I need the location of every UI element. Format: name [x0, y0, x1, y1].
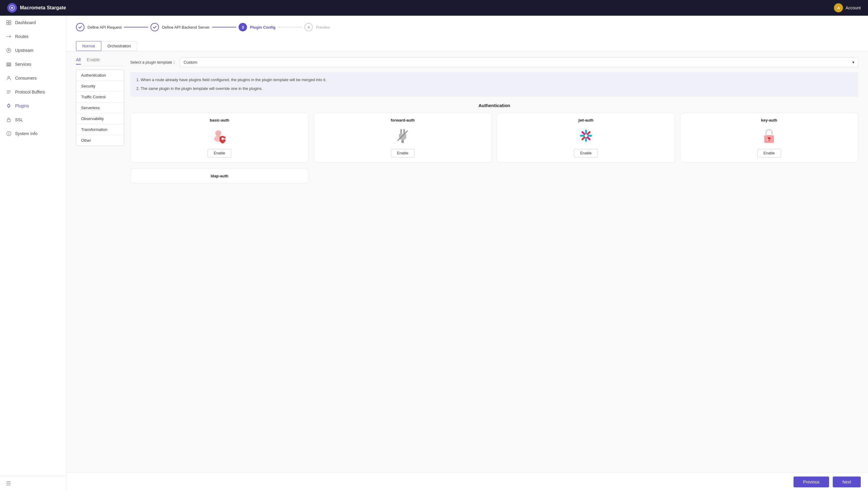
svg-point-30: [584, 134, 587, 137]
svg-point-15: [221, 138, 224, 140]
key-auth-icon: [759, 126, 779, 145]
step-define-api-backend: Define API Backend Server: [150, 23, 210, 31]
plugin-area: Select a plugin template： Custom ▾ 1. Wh…: [130, 57, 858, 467]
sidebar-collapse-btn[interactable]: ☰: [0, 475, 66, 491]
template-select[interactable]: Custom ▾: [180, 57, 858, 67]
svg-rect-2: [7, 21, 8, 22]
logo-icon: [7, 3, 17, 13]
app-title: Macrometa Stargate: [20, 5, 66, 10]
sidebar-label-upstream: Upstream: [15, 48, 33, 53]
svg-point-1: [11, 7, 13, 9]
info-message-1: 1. When a route already have plugins fie…: [136, 77, 852, 83]
filter-tabs: All Enable: [76, 57, 124, 66]
sidebar-item-consumers[interactable]: Consumers: [0, 71, 66, 85]
topbar: Macrometa Stargate A Account: [0, 0, 868, 16]
svg-point-10: [8, 76, 10, 78]
bottom-nav: Previous Next: [66, 472, 868, 491]
app-logo: Macrometa Stargate: [7, 3, 66, 13]
authentication-section-title: Authentication: [130, 103, 858, 108]
category-authentication[interactable]: Authentication: [76, 70, 124, 81]
sidebar-label-routes: Routes: [15, 34, 28, 39]
info-message-2: 2. The same plugin in the plugin templat…: [136, 86, 852, 92]
svg-rect-3: [9, 21, 11, 22]
key-auth-enable-btn[interactable]: Enable: [757, 149, 781, 157]
filter-section: All Enable Authentication Security Traff…: [76, 57, 124, 467]
category-transformation[interactable]: Transformation: [76, 124, 124, 135]
services-icon: [6, 61, 11, 67]
category-traffic-control[interactable]: Traffic Control: [76, 92, 124, 103]
sidebar-item-services[interactable]: Services: [0, 57, 66, 71]
sidebar-item-routes[interactable]: Routes: [0, 30, 66, 44]
svg-point-13: [215, 130, 221, 136]
sidebar-item-ssl[interactable]: SSL: [0, 113, 66, 127]
sidebar-label-services: Services: [15, 62, 31, 67]
layout: Dashboard Routes Upstream Services Consu…: [0, 16, 868, 491]
plugin-name-basic-auth: basic-auth: [210, 118, 229, 122]
category-serverless[interactable]: Serverless: [76, 103, 124, 113]
info-box: 1. When a route already have plugins fie…: [130, 72, 858, 97]
plugins-icon: [6, 103, 11, 109]
svg-rect-4: [7, 23, 8, 25]
sidebar-item-plugins[interactable]: Plugins: [0, 99, 66, 113]
sidebar-item-dashboard[interactable]: Dashboard: [0, 16, 66, 30]
sidebar-item-system-info[interactable]: System Info: [0, 127, 66, 141]
filter-tab-all[interactable]: All: [76, 57, 81, 64]
svg-rect-5: [9, 23, 11, 25]
stepper-area: Define API Request Define API Backend Se…: [66, 16, 868, 51]
category-security[interactable]: Security: [76, 81, 124, 92]
plugin-name-key-auth: key-auth: [761, 118, 777, 122]
routes-icon: [6, 34, 11, 39]
plugin-card-ldap-auth: ldap-auth: [130, 169, 309, 183]
template-value: Custom: [184, 60, 197, 64]
system-info-icon: [6, 131, 11, 136]
sidebar-item-protocol-buffers[interactable]: Protocol Buffers: [0, 85, 66, 99]
content-area: All Enable Authentication Security Traff…: [66, 51, 868, 472]
template-row: Select a plugin template： Custom ▾: [130, 57, 858, 67]
step-3-label: Plugin Config: [250, 25, 276, 30]
ssl-icon: [6, 117, 11, 122]
sidebar-label-consumers: Consumers: [15, 76, 37, 81]
mode-tab-normal[interactable]: Normal: [76, 41, 102, 51]
sidebar-label-system-info: System Info: [15, 131, 37, 136]
plugin-name-jwt-auth: jwt-auth: [578, 118, 594, 122]
sidebar-item-upstream[interactable]: Upstream: [0, 44, 66, 57]
svg-rect-9: [7, 66, 11, 66]
authentication-plugin-grid: basic-auth: [130, 113, 858, 163]
plugin-card-basic-auth: basic-auth: [130, 113, 309, 163]
filter-tab-enable[interactable]: Enable: [87, 57, 100, 64]
svg-rect-35: [769, 139, 771, 140]
jwt-auth-enable-btn[interactable]: Enable: [574, 149, 598, 157]
forward-auth-enable-btn[interactable]: Enable: [391, 149, 415, 157]
connector-2: [212, 27, 236, 27]
step-preview: 4 Preview: [304, 23, 330, 31]
upstream-icon: [6, 48, 11, 53]
step-1-circle: [76, 23, 84, 31]
svg-rect-8: [7, 64, 11, 65]
plugin-card-forward-auth: forward-auth: [314, 113, 492, 163]
previous-button[interactable]: Previous: [793, 476, 829, 487]
account-area[interactable]: A Account: [834, 3, 861, 12]
svg-rect-11: [7, 119, 10, 122]
mode-tab-orchestration[interactable]: Orchestration: [102, 41, 137, 51]
ldap-plugin-grid: ldap-auth: [130, 169, 858, 183]
basic-auth-enable-btn[interactable]: Enable: [207, 149, 231, 157]
plugin-name-forward-auth: forward-auth: [391, 118, 415, 122]
category-observability[interactable]: Observability: [76, 113, 124, 124]
category-list: Authentication Security Traffic Control …: [76, 70, 124, 146]
svg-rect-7: [7, 63, 11, 64]
step-2-circle: [150, 23, 159, 31]
avatar-letter: A: [837, 6, 840, 10]
sidebar-label-ssl: SSL: [15, 117, 23, 122]
sidebar-label-protocol-buffers: Protocol Buffers: [15, 90, 45, 94]
step-2-label: Define API Backend Server: [162, 25, 210, 30]
template-label: Select a plugin template：: [130, 60, 176, 65]
sidebar: Dashboard Routes Upstream Services Consu…: [0, 16, 66, 491]
next-button[interactable]: Next: [833, 476, 861, 487]
plugin-name-ldap-auth: ldap-auth: [211, 174, 229, 178]
category-other[interactable]: Other: [76, 135, 124, 146]
connector-1: [124, 27, 148, 27]
stepper: Define API Request Define API Backend Se…: [76, 23, 858, 31]
step-define-api-request: Define API Request: [76, 23, 121, 31]
consumers-icon: [6, 76, 11, 81]
chevron-down-icon: ▾: [852, 60, 855, 64]
